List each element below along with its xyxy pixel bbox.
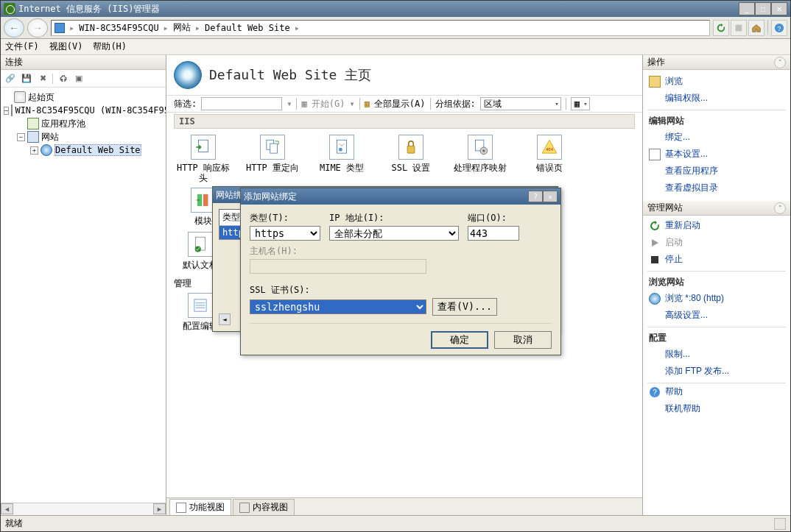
feature-error-pages[interactable]: 404 错误页 bbox=[520, 135, 579, 183]
dialog-close-button[interactable]: ✕ bbox=[543, 191, 558, 202]
action-view-apps[interactable]: 查看应用程序 bbox=[647, 163, 786, 180]
action-help[interactable]: ?帮助 bbox=[647, 383, 786, 400]
label-type: 类型(T): bbox=[250, 212, 320, 224]
menu-help[interactable]: 帮助(H) bbox=[93, 40, 127, 53]
svg-text:404: 404 bbox=[546, 147, 554, 152]
maximize-button[interactable]: □ bbox=[755, 2, 771, 15]
doc-check-icon bbox=[188, 232, 213, 257]
ssl-cert-select[interactable]: sslzhengshu bbox=[250, 299, 426, 314]
action-stop[interactable]: 停止 bbox=[647, 251, 786, 268]
action-restart[interactable]: 重新启动 bbox=[647, 217, 786, 234]
explorer-icon bbox=[649, 76, 661, 88]
title-bar: Internet 信息服务 (IIS)管理器 _ □ ✕ bbox=[1, 1, 790, 17]
home-button[interactable] bbox=[748, 20, 764, 36]
category-iis: IIS bbox=[174, 114, 635, 129]
list-icon bbox=[239, 503, 250, 513]
action-edit-permissions[interactable]: 编辑权限... bbox=[647, 90, 786, 107]
breadcrumb[interactable]: ▸ WIN-8C354F95CQU ▸ 网站 ▸ Default Web Sit… bbox=[51, 20, 710, 36]
horizontal-scrollbar[interactable]: ◄ ► bbox=[1, 503, 166, 515]
action-add-ftp[interactable]: 添加 FTP 发布... bbox=[647, 363, 786, 380]
connections-toolbar: 🔗 💾 ✖ ⮉ ▣ bbox=[1, 70, 166, 88]
svg-text:?: ? bbox=[653, 389, 657, 397]
scroll-right-button[interactable]: ► bbox=[153, 503, 166, 514]
action-view-vdirs[interactable]: 查看虚拟目录 bbox=[647, 180, 786, 196]
page-title: Default Web Site 主页 bbox=[209, 66, 371, 84]
tree-default-web-site[interactable]: Default Web Site bbox=[55, 144, 141, 156]
feature-ssl-settings[interactable]: SSL 设置 bbox=[382, 135, 440, 183]
feature-http-redirect[interactable]: HTTP 重定向 bbox=[243, 135, 302, 183]
action-start[interactable]: 启动 bbox=[647, 234, 786, 251]
server-icon bbox=[55, 23, 65, 33]
tree-server[interactable]: WIN-8C354F95CQU (WIN-8C354F95 bbox=[15, 105, 166, 116]
filter-input[interactable] bbox=[201, 97, 282, 110]
tab-features-view[interactable]: 功能视图 bbox=[169, 499, 231, 515]
tree-start-page[interactable]: 起始页 bbox=[28, 91, 55, 104]
server-icon bbox=[11, 104, 13, 116]
dialog-help-button[interactable]: ? bbox=[528, 191, 543, 202]
ok-button[interactable]: 确定 bbox=[431, 331, 488, 349]
refresh-button[interactable] bbox=[713, 20, 729, 36]
action-browse-80[interactable]: 浏览 *:80 (http) bbox=[647, 290, 786, 307]
action-advanced-settings[interactable]: 高级设置... bbox=[647, 307, 786, 324]
tree-app-pools[interactable]: 应用程序池 bbox=[41, 118, 85, 130]
breadcrumb-sites[interactable]: 网站 bbox=[173, 21, 191, 34]
stop-button-toolbar[interactable] bbox=[731, 20, 747, 36]
grid-icon bbox=[176, 503, 186, 513]
action-basic-settings[interactable]: 基本设置... bbox=[647, 146, 786, 163]
help-icon: ? bbox=[649, 386, 661, 398]
groupby-combo[interactable]: 区域 bbox=[480, 97, 561, 110]
breadcrumb-server[interactable]: WIN-8C354F95CQU bbox=[79, 23, 158, 33]
feature-mime-types[interactable]: MIME 类型 bbox=[312, 135, 371, 183]
nav-forward-button[interactable]: → bbox=[27, 18, 48, 38]
breadcrumb-site[interactable]: Default Web Site bbox=[205, 23, 290, 33]
cancel-button[interactable]: 取消 bbox=[494, 331, 552, 349]
expand-toggle[interactable]: + bbox=[30, 146, 38, 155]
action-online-help[interactable]: 联机帮助 bbox=[647, 400, 786, 417]
menu-view[interactable]: 视图(V) bbox=[49, 40, 83, 53]
view-mode-combo[interactable]: ▦ bbox=[571, 97, 590, 110]
menu-file[interactable]: 文件(F) bbox=[5, 40, 39, 53]
mime-icon bbox=[329, 135, 354, 160]
feature-handler-mappings[interactable]: 处理程序映射 bbox=[451, 135, 510, 183]
groupby-label: 分组依据: bbox=[435, 98, 476, 110]
label-port: 端口(O): bbox=[468, 212, 519, 224]
action-bindings[interactable]: 绑定... bbox=[647, 129, 786, 146]
collapse-icon[interactable]: ˄ bbox=[774, 202, 786, 214]
feature-http-response-headers[interactable]: HTTP 响应标头 bbox=[174, 135, 233, 183]
action-browse[interactable]: 浏览 bbox=[647, 73, 786, 90]
tree-sites[interactable]: 网站 bbox=[41, 131, 59, 143]
view-cert-button[interactable]: 查看(V)... bbox=[432, 298, 497, 316]
scroll-left-button[interactable]: ◄ bbox=[1, 503, 13, 514]
show-all-button[interactable]: 全部显示(A) bbox=[374, 98, 426, 110]
connections-tree[interactable]: 起始页 − WIN-8C354F95CQU (WIN-8C354F95 应用程序… bbox=[1, 88, 166, 503]
hostname-input bbox=[250, 259, 426, 274]
close-button[interactable]: ✕ bbox=[771, 2, 787, 15]
main-area: 连接 🔗 💾 ✖ ⮉ ▣ 起始页 − WIN-8C354F95 bbox=[1, 55, 790, 515]
save-icon[interactable]: 💾 bbox=[20, 72, 33, 85]
expand-toggle[interactable]: − bbox=[17, 133, 25, 141]
tab-content-view[interactable]: 内容视图 bbox=[233, 499, 295, 515]
bookmark-icon[interactable]: ▣ bbox=[72, 72, 85, 85]
up-icon[interactable]: ⮉ bbox=[56, 72, 69, 85]
go-button[interactable]: 开始(G) bbox=[312, 98, 345, 110]
nav-back-button[interactable]: ← bbox=[4, 18, 24, 38]
collapse-icon[interactable]: ˄ bbox=[774, 57, 786, 68]
delete-icon[interactable]: ✖ bbox=[36, 72, 49, 85]
type-select[interactable]: https bbox=[250, 226, 320, 241]
add-binding-title-bar[interactable]: 添加网站绑定 ? ✕ bbox=[241, 188, 560, 205]
help-button[interactable]: ? bbox=[771, 20, 787, 36]
action-limits[interactable]: 限制... bbox=[647, 346, 786, 363]
connect-icon[interactable]: 🔗 bbox=[4, 72, 17, 85]
svg-rect-14 bbox=[203, 194, 208, 206]
minimize-button[interactable]: _ bbox=[739, 2, 755, 15]
globe-icon bbox=[174, 61, 202, 89]
expand-toggle[interactable]: − bbox=[4, 107, 9, 115]
port-input[interactable] bbox=[468, 226, 519, 241]
label-ssl-cert: SSL 证书(S): bbox=[250, 284, 552, 297]
ip-select[interactable]: 全部未分配 bbox=[329, 226, 459, 241]
group-configure: 配置 bbox=[647, 327, 786, 346]
redirect-icon bbox=[260, 135, 285, 160]
svg-point-11 bbox=[482, 149, 485, 152]
scroll-left-icon[interactable]: ◄ bbox=[219, 313, 231, 325]
status-config-icon[interactable] bbox=[774, 518, 786, 530]
